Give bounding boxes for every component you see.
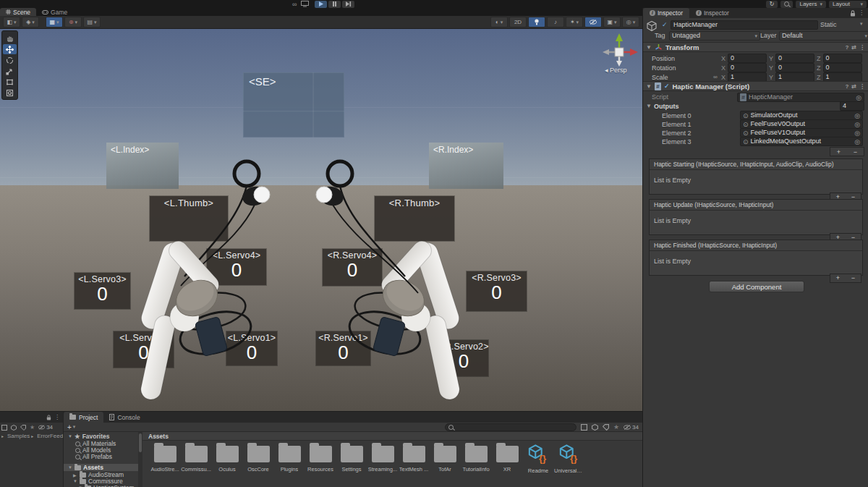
scale-link-icon[interactable]: ∞ bbox=[713, 74, 721, 80]
asset-folder[interactable]: TutorialInfo bbox=[461, 441, 490, 487]
gizmos-dropdown-button[interactable]: ◎▾ bbox=[622, 17, 639, 27]
component-menu-icon[interactable]: ⋮ bbox=[859, 44, 865, 51]
monitor-icon[interactable] bbox=[301, 1, 309, 7]
tab-game[interactable]: Game bbox=[36, 8, 73, 16]
asset-folder[interactable]: TofAr bbox=[430, 441, 459, 487]
layer-dropdown[interactable]: Default▾ bbox=[779, 31, 868, 41]
outputs-size-field[interactable]: 4 bbox=[840, 101, 864, 111]
position-z-field[interactable]: 0 bbox=[823, 54, 862, 63]
hand-tool-icon[interactable] bbox=[3, 33, 17, 43]
layout-dropdown[interactable]: Layout▾ bbox=[829, 1, 867, 8]
presets-icon[interactable]: ⇄ bbox=[851, 83, 856, 90]
grid-visibility-button[interactable]: ⊕▾ bbox=[64, 17, 82, 27]
tag-icon[interactable] bbox=[20, 425, 26, 431]
audio-toggle-button[interactable]: ♪ bbox=[547, 17, 564, 27]
play-button[interactable] bbox=[315, 1, 327, 8]
prefab-icon[interactable] bbox=[592, 424, 598, 431]
lighting-toggle-button[interactable] bbox=[528, 17, 545, 27]
static-dropdown-icon[interactable]: ▾ bbox=[860, 21, 863, 27]
tree-hapticssystem[interactable]: ▼HapticsSystem bbox=[64, 484, 142, 487]
position-x-field[interactable]: 0 bbox=[728, 54, 767, 63]
snap-settings-button[interactable]: ▤▾ bbox=[83, 17, 101, 27]
asset-folder[interactable]: Plugins bbox=[275, 441, 304, 487]
object-picker-icon[interactable]: ◎ bbox=[854, 121, 860, 128]
favorite-all-prefabs[interactable]: All Prefabs bbox=[64, 453, 142, 460]
pause-button[interactable] bbox=[328, 1, 341, 8]
link-icon[interactable]: ∞ bbox=[292, 1, 297, 8]
star-icon[interactable]: ★ bbox=[30, 424, 35, 431]
tab-console[interactable]: Console bbox=[103, 412, 145, 423]
tab-inspector-2[interactable]: iInspector bbox=[689, 8, 736, 18]
effects-button[interactable]: ✶▾ bbox=[566, 17, 583, 27]
lock-icon[interactable] bbox=[850, 10, 856, 18]
scene-camera-button[interactable]: ◈▾ bbox=[22, 17, 39, 27]
component-enabled-checkbox[interactable]: ✓ bbox=[664, 82, 670, 90]
active-checkbox[interactable]: ✓ bbox=[662, 21, 668, 28]
breadcrumb[interactable]: ▸Samples▸ErrorFeedb bbox=[1, 432, 63, 440]
asset-folder[interactable]: Resources bbox=[306, 441, 335, 487]
hidden-count-badge[interactable]: 34 bbox=[624, 424, 639, 431]
asset-folder[interactable]: Settings bbox=[337, 441, 366, 487]
tree-assets[interactable]: ▼Assets bbox=[64, 464, 142, 471]
asset-folder[interactable]: Commissu... bbox=[182, 441, 210, 487]
shading-mode-button[interactable]: ◐▾ bbox=[490, 17, 508, 27]
search-everywhere-icon[interactable] bbox=[780, 1, 793, 8]
gameobject-cube-icon[interactable] bbox=[646, 20, 658, 32]
rotation-z-field[interactable]: 0 bbox=[823, 63, 862, 72]
tab-project[interactable]: Project bbox=[64, 412, 103, 423]
prefab-icon[interactable] bbox=[11, 425, 17, 431]
outputs-foldout[interactable]: ▼ Outputs 4 bbox=[646, 102, 864, 110]
asset-folder[interactable]: TextMesh ... bbox=[399, 441, 428, 487]
inspector-menu-icon[interactable]: ⋮ bbox=[859, 9, 864, 18]
add-element-button[interactable]: + bbox=[830, 148, 847, 156]
asset-folder[interactable]: OscCore bbox=[244, 441, 273, 487]
element-3-object-field[interactable]: ⊙LinkedMetaQuestOutput◎ bbox=[740, 137, 863, 146]
scale-tool-icon[interactable] bbox=[3, 66, 17, 76]
help-icon[interactable]: ? bbox=[845, 83, 848, 90]
2d-toggle-button[interactable]: 2D bbox=[509, 17, 527, 27]
static-label[interactable]: Static bbox=[820, 21, 837, 28]
tab-inspector-1[interactable]: iInspector bbox=[643, 8, 689, 18]
object-picker-icon[interactable]: ◎ bbox=[856, 94, 861, 101]
gameobject-name-field[interactable]: HapticManager bbox=[671, 20, 818, 30]
hidden-count-badge[interactable]: 34 bbox=[38, 424, 53, 431]
asset-folder[interactable]: AudioStre... bbox=[150, 441, 179, 487]
remove-element-button[interactable]: − bbox=[847, 148, 864, 156]
persp-label[interactable]: ◂ Persp bbox=[605, 67, 627, 74]
event-remove-button[interactable]: − bbox=[846, 274, 861, 282]
star-icon[interactable]: ★ bbox=[613, 423, 619, 431]
component-menu-icon[interactable]: ⋮ bbox=[859, 83, 865, 90]
object-picker-icon[interactable]: ◎ bbox=[854, 112, 860, 119]
help-icon[interactable]: ? bbox=[845, 44, 848, 51]
transform-header[interactable]: ▼ Transform ? ⇄ ⋮ bbox=[643, 42, 868, 52]
rotate-tool-icon[interactable] bbox=[3, 55, 17, 65]
step-button[interactable] bbox=[342, 1, 354, 8]
favorites-foldout[interactable]: ▼★Favorites bbox=[64, 433, 142, 440]
transform-tool-icon[interactable] bbox=[3, 88, 17, 98]
asset-file[interactable]: {} Readme bbox=[524, 441, 553, 487]
hidden-objects-button[interactable] bbox=[584, 17, 602, 27]
tag-icon[interactable] bbox=[603, 424, 609, 431]
rotation-x-field[interactable]: 0 bbox=[728, 63, 767, 72]
add-component-button[interactable]: Add Component bbox=[709, 281, 804, 292]
project-search-input[interactable] bbox=[445, 423, 576, 431]
lock-icon[interactable] bbox=[46, 415, 51, 420]
asset-folder[interactable]: XR bbox=[493, 441, 522, 487]
create-asset-button[interactable]: + bbox=[67, 423, 72, 431]
rect-tool-icon[interactable] bbox=[3, 77, 17, 87]
tool-settings-button[interactable]: ▦▾ bbox=[46, 17, 63, 27]
haptic-manager-header[interactable]: ▼ # ✓ Haptic Manager (Script) ? ⇄ ⋮ bbox=[643, 81, 868, 91]
panel-menu-icon[interactable]: ⋮ bbox=[54, 414, 60, 420]
presets-icon[interactable]: ⇄ bbox=[851, 44, 856, 51]
event-add-button[interactable]: + bbox=[830, 274, 846, 282]
rotation-y-field[interactable]: 0 bbox=[775, 63, 814, 72]
frame-icon[interactable] bbox=[1, 425, 7, 431]
asset-file[interactable]: {} UniversalR... bbox=[555, 441, 584, 487]
scene-viewport[interactable]: <SE> <L.Index> <R.Index> <L.Thumb> <R.Th… bbox=[0, 29, 642, 411]
tag-dropdown[interactable]: Untagged▾ bbox=[669, 31, 760, 41]
create-asset-caret[interactable]: ▾ bbox=[73, 424, 76, 430]
asset-folder[interactable]: Oculus bbox=[213, 441, 242, 487]
asset-folder[interactable]: Streaming... bbox=[368, 441, 397, 487]
frame-icon[interactable] bbox=[581, 424, 587, 431]
camera-gizmos-button[interactable]: ▣▾ bbox=[603, 17, 621, 27]
